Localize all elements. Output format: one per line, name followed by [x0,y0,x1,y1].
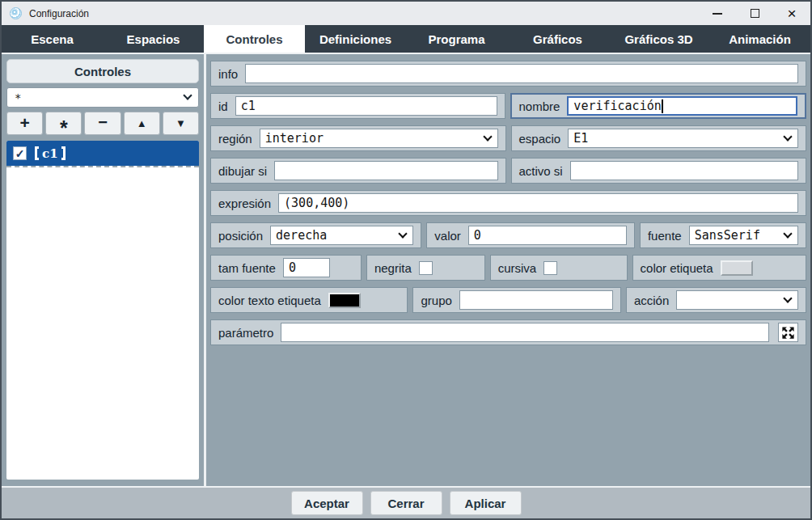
accion-group: acción [626,287,806,313]
controls-list-panel: Controles * + * − ▲ ▼ ✓ c1 [2,54,206,486]
arrow-up-icon: ▲ [137,117,147,129]
negrita-checkbox[interactable] [419,261,433,275]
move-up-button[interactable]: ▲ [124,112,160,135]
tam-fuente-input[interactable]: 0 [283,258,330,277]
color-etiqueta-group: color etiqueta [632,255,806,281]
accion-select[interactable] [676,290,798,310]
espacio-select[interactable]: E1 [568,129,798,148]
maximize-button[interactable] [736,2,773,25]
controls-toolbar: + * − ▲ ▼ [6,112,199,135]
color-texto-etiqueta-label: color texto etiqueta [218,294,321,307]
expresion-group: expresión (300,400) [210,190,806,216]
color-etiqueta-swatch[interactable] [721,260,753,276]
tab-espacios[interactable]: Espacios [103,25,204,53]
nombre-label: nombre [519,99,560,113]
nombre-group: nombre verificación [510,93,807,119]
item-visibility-checkbox[interactable]: ✓ [13,146,27,160]
id-group: id c1 [210,93,505,119]
tab-graficos-3d[interactable]: Gráficos 3D [608,25,709,53]
cursiva-group: cursiva [490,255,628,281]
expresion-input[interactable]: (300,400) [278,193,798,213]
bracket-right-icon [61,146,66,160]
tab-escena[interactable]: Escena [2,25,103,53]
tab-controles[interactable]: Controles [204,25,305,53]
checkmark-icon: ✓ [15,148,25,159]
accept-button[interactable]: Aceptar [291,491,363,515]
nombre-input[interactable]: verificación [567,96,797,116]
list-item-text: c1 [42,146,58,161]
tam-fuente-group: tam fuente 0 [210,255,362,281]
tab-programa[interactable]: Programa [406,25,507,53]
posicion-select[interactable]: derecha [270,226,413,245]
window-controls: × [699,2,810,25]
maximize-icon [751,9,759,18]
controls-filter-select[interactable]: * [6,87,199,108]
apply-button[interactable]: Aplicar [450,491,522,515]
activo-si-input[interactable] [570,161,798,180]
dibujar-si-input[interactable] [274,161,497,180]
control-properties-form: info id c1 nombre verificación [206,54,810,486]
list-item-label: c1 [35,146,66,161]
region-label: región [218,132,252,146]
id-input[interactable]: c1 [235,96,497,116]
chevron-down-icon [783,229,792,238]
activo-si-label: activo si [519,164,563,178]
dibujar-si-label: dibujar si [218,164,267,178]
duplicate-control-button[interactable]: * [45,112,82,135]
negrita-group: negrita [366,255,485,281]
color-texto-etiqueta-group: color texto etiqueta [210,287,408,313]
color-etiqueta-label: color etiqueta [641,261,713,275]
parametro-group: parámetro [210,319,806,345]
espacio-value: E1 [573,131,588,146]
parametro-input[interactable] [281,323,769,342]
valor-label: valor [434,229,461,243]
controls-panel-header: Controles [6,59,199,83]
id-label: id [218,99,228,113]
close-icon: × [787,6,796,21]
region-value: interior [265,131,324,146]
tab-definiciones[interactable]: Definiciones [305,25,406,53]
arrow-down-icon: ▼ [176,117,186,129]
controls-list: ✓ c1 [6,141,199,480]
move-down-button[interactable]: ▼ [163,112,199,135]
app-logo-icon [10,7,22,19]
form-empty-area [210,352,806,486]
tab-graficos[interactable]: Gráficos [507,25,608,53]
text-caret [662,99,663,113]
parametro-label: parámetro [218,326,273,340]
info-input[interactable] [245,64,798,83]
fuente-select[interactable]: SansSerif [689,226,798,245]
remove-control-button[interactable]: − [84,112,121,135]
tab-animacion[interactable]: Animación [709,25,810,53]
content-area: Controles * + * − ▲ ▼ ✓ c1 [2,53,810,486]
activo-si-group: activo si [511,158,807,184]
color-texto-etiqueta-swatch[interactable] [328,293,361,308]
cursiva-label: cursiva [498,261,537,275]
posicion-value: derecha [276,228,327,243]
titlebar: Configuración × [2,2,810,25]
configuration-window: Configuración × Escena Espacios Controle… [0,0,812,520]
valor-input[interactable]: 0 [468,226,627,245]
minimize-button[interactable] [699,2,736,25]
list-item-c1[interactable]: ✓ c1 [6,141,199,166]
fuente-group: fuente SansSerif [640,222,806,248]
tab-bar: Escena Espacios Controles Definiciones P… [2,25,810,53]
cursiva-checkbox[interactable] [543,261,557,275]
expand-editor-button[interactable] [778,323,798,342]
chevron-down-icon [483,132,492,141]
region-select[interactable]: interior [260,129,498,148]
grupo-input[interactable] [459,290,613,310]
accion-label: acción [634,294,669,307]
fuente-value: SansSerif [695,228,760,243]
expresion-label: expresión [218,197,271,210]
plus-icon: + [19,113,29,133]
close-dialog-button[interactable]: Cerrar [370,491,442,515]
add-control-button[interactable]: + [6,112,43,135]
close-button[interactable]: × [773,2,810,25]
window-title: Configuración [29,8,89,19]
tam-fuente-label: tam fuente [218,261,276,275]
expand-arrows-icon [780,325,796,340]
negrita-label: negrita [374,261,412,275]
footer-bar: Aceptar Cerrar Aplicar [2,486,810,518]
controls-filter-value: * [15,91,21,104]
